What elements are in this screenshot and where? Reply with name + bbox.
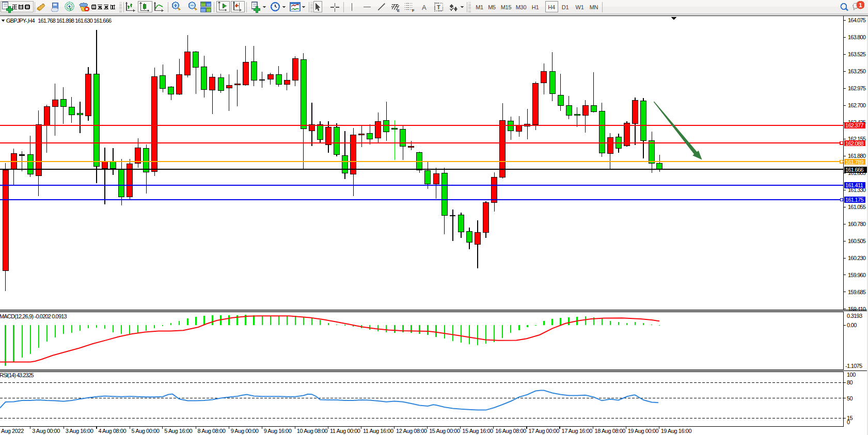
svg-text:1: 1	[859, 2, 862, 8]
svg-text:11 Aug 00:00: 11 Aug 00:00	[330, 428, 360, 434]
svg-text:15 Aug 16:00: 15 Aug 16:00	[462, 428, 493, 434]
svg-text:M30: M30	[516, 4, 527, 10]
svg-text:F: F	[412, 8, 415, 13]
svg-text:160.230: 160.230	[848, 255, 866, 261]
svg-text:80: 80	[847, 379, 853, 385]
svg-text:E: E	[397, 8, 400, 13]
svg-text:159.410: 159.410	[848, 306, 866, 312]
svg-text:-1.1075: -1.1075	[845, 363, 862, 369]
svg-text:5 Aug 16:00: 5 Aug 16:00	[164, 428, 192, 434]
svg-text:MN: MN	[590, 4, 598, 10]
svg-text:19 Aug 16:00: 19 Aug 16:00	[661, 428, 692, 434]
svg-text:A: A	[422, 4, 427, 11]
svg-text:161.666: 161.666	[845, 167, 863, 173]
svg-text:159.960: 159.960	[848, 272, 866, 278]
svg-text:164.075: 164.075	[848, 17, 866, 23]
svg-text:9 Aug 16:00: 9 Aug 16:00	[264, 428, 292, 434]
svg-text:162.975: 162.975	[848, 85, 866, 91]
svg-text:3 Aug 00:00: 3 Aug 00:00	[32, 428, 60, 434]
svg-text:RSI(14) 43.2325: RSI(14) 43.2325	[0, 372, 34, 378]
svg-text:16 Aug 08:00: 16 Aug 08:00	[495, 428, 526, 434]
svg-text:18 Aug 08:00: 18 Aug 08:00	[595, 428, 626, 434]
svg-text:H4: H4	[548, 4, 555, 10]
svg-text:160.505: 160.505	[848, 238, 866, 244]
svg-text:159.685: 159.685	[848, 289, 866, 295]
svg-text:100: 100	[847, 372, 856, 378]
svg-text:0.00: 0.00	[847, 322, 857, 328]
svg-text:D1: D1	[562, 4, 569, 10]
svg-text:3 Aug 16:00: 3 Aug 16:00	[66, 428, 93, 434]
svg-text:5 Aug 00:00: 5 Aug 00:00	[132, 428, 160, 434]
svg-text:T: T	[437, 4, 440, 10]
svg-text:161.411: 161.411	[845, 182, 863, 188]
svg-text:8 Aug 08:00: 8 Aug 08:00	[198, 428, 226, 434]
svg-text:4 Aug 08:00: 4 Aug 08:00	[98, 428, 126, 434]
svg-text:15 Aug 00:00: 15 Aug 00:00	[429, 428, 460, 434]
svg-text:163.525: 163.525	[848, 51, 866, 57]
svg-text:GBPJPY-,H4 161.768 161.898 1: GBPJPY-,H4 161.768 161.898 161.630 161.6…	[6, 18, 112, 24]
svg-text:12 Aug 08:00: 12 Aug 08:00	[396, 428, 427, 434]
svg-text:M1: M1	[476, 4, 483, 10]
svg-text:0.3193: 0.3193	[847, 313, 862, 319]
svg-text:161.175: 161.175	[845, 197, 863, 203]
svg-text:163.800: 163.800	[848, 34, 866, 40]
svg-text:163.250: 163.250	[848, 68, 866, 74]
svg-text:M5: M5	[488, 4, 496, 10]
svg-text:161.055: 161.055	[848, 204, 866, 210]
svg-text:11 Aug 16:00: 11 Aug 16:00	[363, 428, 393, 434]
svg-text:162.088: 162.088	[845, 140, 863, 147]
svg-text:162.700: 162.700	[848, 102, 866, 108]
svg-text:161.789: 161.789	[845, 159, 863, 165]
svg-text:H1: H1	[532, 4, 539, 10]
svg-text:160.780: 160.780	[848, 221, 866, 227]
svg-text:0: 0	[847, 419, 850, 425]
svg-text:10 Aug 08:00: 10 Aug 08:00	[297, 428, 328, 434]
svg-text:19 Aug 00:00: 19 Aug 00:00	[628, 428, 659, 434]
svg-text:MACD(12,26,9) -0.0202 0.0913: MACD(12,26,9) -0.0202 0.0913	[0, 313, 67, 319]
svg-text:162.377: 162.377	[845, 122, 863, 128]
svg-text:50: 50	[847, 395, 853, 401]
svg-text:17 Aug 16:00: 17 Aug 16:00	[562, 428, 593, 434]
svg-text:Aug 2022: Aug 2022	[1, 428, 24, 434]
svg-text:9 Aug 00:00: 9 Aug 00:00	[231, 428, 259, 434]
svg-text:M15: M15	[501, 4, 512, 10]
svg-text:17 Aug 00:00: 17 Aug 00:00	[528, 428, 559, 434]
svg-text:W1: W1	[576, 4, 584, 10]
